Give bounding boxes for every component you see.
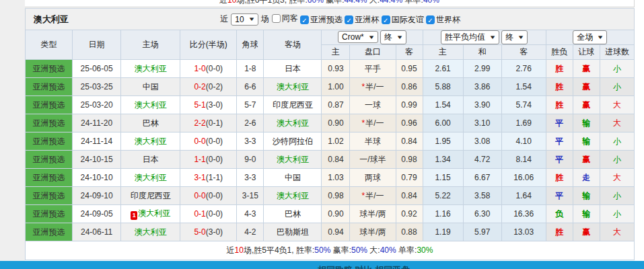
cell-home-team[interactable]: 澳大利亚 bbox=[121, 132, 180, 151]
euro-time-select[interactable]: 终 ▼ bbox=[501, 30, 528, 44]
team-link[interactable]: 印度尼西亚 bbox=[273, 100, 313, 110]
cell-home-team[interactable]: 日本 bbox=[121, 151, 180, 169]
prev-stats-segment: 44.4% bbox=[380, 0, 402, 5]
cell-away-team[interactable]: 沙特阿拉伯 bbox=[264, 132, 322, 151]
cell-away-team[interactable]: 澳大利亚 bbox=[264, 78, 322, 96]
scope-dropdown-group: 全场 ▼ bbox=[546, 30, 634, 45]
half-time-score: (1-1) bbox=[206, 173, 223, 182]
cell-home-team[interactable]: 1澳大利亚 bbox=[121, 205, 180, 223]
checkbox-checked-icon[interactable]: ✓ bbox=[382, 15, 390, 24]
checkbox-checked-icon[interactable]: ✓ bbox=[300, 15, 309, 24]
cell-asian-away-odds: 0.96 bbox=[396, 114, 423, 132]
summary-segment: 10 bbox=[235, 245, 244, 255]
cell-euro-draw-odds: 3.58 bbox=[463, 187, 501, 205]
cell-outcome: 平 bbox=[546, 132, 573, 151]
page-left-margin bbox=[0, 0, 25, 261]
cell-away-team[interactable]: 日本 bbox=[264, 60, 322, 78]
cell-away-team[interactable]: 中国 bbox=[264, 169, 322, 187]
prev-stats-segment: 近 bbox=[219, 0, 227, 5]
target-team-link[interactable]: 澳大利亚 bbox=[135, 173, 167, 182]
cell-corners: 3-15 bbox=[237, 187, 264, 205]
team-link[interactable]: 日本 bbox=[143, 155, 159, 164]
team-link[interactable]: 中国 bbox=[285, 173, 301, 182]
cell-euro-home-odds: 5.88 bbox=[423, 78, 463, 96]
cell-home-team[interactable]: 澳大利亚 bbox=[121, 60, 180, 78]
cell-home-team[interactable]: 巴林 bbox=[121, 114, 180, 132]
cell-away-team[interactable]: 澳大利亚 bbox=[264, 114, 322, 132]
competition-filter-checkboxes: 同客 ✓亚洲预选 ✓亚洲杯 ✓国际友谊 ✓世界杯 bbox=[272, 13, 460, 26]
cell-goals-result: 小 bbox=[600, 205, 634, 223]
cell-handicap-result: 输 bbox=[573, 132, 600, 151]
checkbox-checked-icon[interactable]: ✓ bbox=[345, 15, 353, 24]
team-link[interactable]: 沙特阿拉伯 bbox=[273, 137, 313, 146]
cell-home-team[interactable]: 澳大利亚 bbox=[121, 96, 180, 114]
target-team-link[interactable]: 澳大利亚 bbox=[135, 137, 167, 146]
filter-checkbox-亚洲预选[interactable]: ✓亚洲预选 bbox=[300, 14, 343, 26]
team-link[interactable]: 巴勒斯坦 bbox=[277, 227, 309, 237]
cell-home-team[interactable]: 澳大利亚 bbox=[121, 223, 180, 241]
full-time-score: 2-2 bbox=[194, 118, 205, 128]
match-count-select[interactable]: 10 ▼ bbox=[231, 13, 258, 26]
cell-away-team[interactable]: 印度尼西亚 bbox=[264, 96, 322, 114]
half-time-score: (0-1) bbox=[206, 118, 223, 128]
cell-asian-away-odds: 0.95 bbox=[396, 60, 423, 78]
filter-checkbox-亚洲杯[interactable]: ✓亚洲杯 bbox=[345, 14, 379, 26]
cell-away-team[interactable]: 澳大利亚 bbox=[264, 151, 322, 169]
team-link[interactable]: 巴林 bbox=[143, 118, 159, 128]
cell-corners: 4-3 bbox=[237, 205, 264, 223]
team-link[interactable]: 中国 bbox=[143, 82, 159, 91]
checkbox-unchecked-icon[interactable] bbox=[272, 14, 281, 23]
cell-date: 25-03-20 bbox=[73, 96, 121, 114]
cell-away-team[interactable]: 巴勒斯坦 bbox=[264, 223, 322, 241]
summary-segment: 赢率: bbox=[330, 245, 351, 255]
previous-stats-text: 近10场,胜6平1负3, 胜率:60% 赢率:44.4% 大:44.4% 单率:… bbox=[25, 0, 634, 5]
cell-home-team[interactable]: 中国 bbox=[121, 78, 180, 96]
summary-segment: 50% bbox=[351, 245, 367, 255]
filter-checkbox-同客[interactable]: 同客 bbox=[272, 13, 298, 24]
table-row: 亚洲预选24-10-10澳大利亚3-1(1-1)3-3中国1.03两球0.791… bbox=[26, 169, 635, 187]
half-time-score: (0-2) bbox=[206, 82, 223, 91]
team-link[interactable]: 日本 bbox=[285, 64, 301, 73]
bottom-section-bar[interactable]: 相同欧赔 对比 相同亚盘 bbox=[0, 261, 644, 269]
half-time-score: (0-0) bbox=[206, 155, 223, 164]
full-time-score: 5-0 bbox=[194, 227, 205, 237]
checkbox-checked-icon[interactable]: ✓ bbox=[426, 15, 435, 24]
cell-euro-away-odds: 1.69 bbox=[501, 114, 546, 132]
target-team-link[interactable]: 澳大利亚 bbox=[277, 82, 309, 91]
cell-euro-draw-odds: 3.10 bbox=[463, 114, 501, 132]
target-team-link[interactable]: 澳大利亚 bbox=[135, 100, 167, 110]
filter-checkbox-世界杯[interactable]: ✓世界杯 bbox=[426, 14, 460, 26]
cell-home-team[interactable]: 印度尼西亚 bbox=[121, 187, 180, 205]
target-team-link[interactable]: 澳大利亚 bbox=[277, 118, 309, 128]
cell-away-team[interactable]: 澳大利亚 bbox=[264, 187, 322, 205]
euro-company-select[interactable]: 胜平负均值 ▼ bbox=[441, 30, 499, 44]
near-label: 近 bbox=[220, 13, 228, 25]
cell-euro-home-odds: 5.22 bbox=[423, 187, 463, 205]
team-link[interactable]: 巴林 bbox=[285, 209, 301, 219]
cell-away-team[interactable]: 巴林 bbox=[264, 205, 322, 223]
asian-time-select[interactable]: 终 ▼ bbox=[380, 30, 406, 44]
target-team-link[interactable]: 澳大利亚 bbox=[277, 155, 309, 164]
table-row: 亚洲预选25-03-20澳大利亚5-1(3-0)5-7印度尼西亚0.87一球0.… bbox=[26, 96, 635, 114]
chevron-down-icon: ▼ bbox=[248, 16, 255, 22]
summary-segment: 40% bbox=[380, 245, 396, 255]
team-link[interactable]: 印度尼西亚 bbox=[131, 191, 171, 200]
sub-header-outcome: 胜负 bbox=[546, 45, 573, 60]
target-team-link[interactable]: 澳大利亚 bbox=[135, 64, 167, 73]
target-team-link[interactable]: 澳大利亚 bbox=[277, 191, 309, 200]
live-handicap-star: * bbox=[361, 82, 365, 91]
cell-euro-home-odds: 2.61 bbox=[423, 60, 463, 78]
target-team-link[interactable]: 澳大利亚 bbox=[138, 208, 170, 218]
cell-home-team[interactable]: 澳大利亚 bbox=[121, 169, 180, 187]
asian-company-select[interactable]: Crow* ▼ bbox=[338, 31, 378, 43]
checkbox-label: 国际友谊 bbox=[392, 14, 424, 26]
recent-stats-summary: 近10场,胜5平4负1, 胜率:50% 赢率:50% 大:40% 单率:30% bbox=[26, 241, 635, 260]
previous-team-stats-line: 近10场,胜6平1负3, 胜率:60% 赢率:44.4% 大:44.4% 单率:… bbox=[25, 0, 635, 7]
cell-asian-home-odds: 0.98 bbox=[322, 187, 350, 205]
target-team-link[interactable]: 澳大利亚 bbox=[135, 227, 167, 237]
filter-bar: 澳大利亚 近 10 ▼ 场 同客 ✓亚洲预选 ✓亚洲杯 ✓国际友谊 ✓世界杯 bbox=[25, 8, 635, 30]
scope-select[interactable]: 全场 ▼ bbox=[573, 30, 607, 44]
filter-checkbox-国际友谊[interactable]: ✓国际友谊 bbox=[382, 14, 424, 26]
cell-asian-away-odds: 0.88 bbox=[396, 223, 423, 241]
cell-handicap-result: 输 bbox=[573, 114, 600, 132]
